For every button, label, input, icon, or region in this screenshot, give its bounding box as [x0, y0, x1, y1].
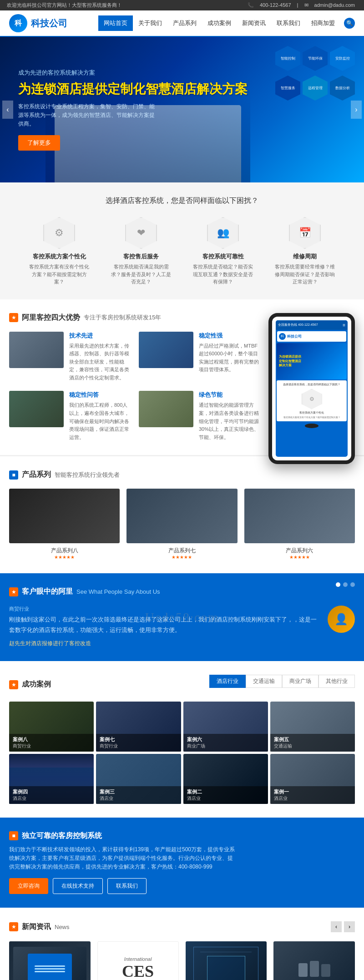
cases-tab-transport[interactable]: 交通运输 [246, 675, 282, 688]
news-img-3 [186, 941, 267, 980]
testimonial-source: 商贸行业 [9, 606, 318, 612]
advantage-desc-1: 采用最先进的技术方案，传感器、控制器、执行器等模块全部自主研发，性能稳定，兼容性… [69, 342, 130, 382]
dot-1[interactable] [336, 582, 340, 587]
main-nav: 网站首页 关于我们 产品系列 成功案例 新闻资讯 联系我们 招商加盟 🔍 [98, 15, 355, 31]
cta-desc: 我们致力于不断技术研发领域的投入，累计获得专利139项，年产能超过500万套，提… [9, 845, 237, 872]
product-stars-3: ★★★★★ [244, 555, 355, 560]
problem-item-1: ⚙ 客控系统方案个性化 客控系统方案有没有个性化方案？能不能按需定制方案？ [27, 217, 91, 286]
product-stars-1: ★★★★★ [9, 555, 120, 560]
dot-3[interactable] [350, 582, 355, 587]
advantage-title-2: 稳定性强 [199, 332, 259, 340]
nav-partner[interactable]: 招商加盟 [306, 15, 340, 31]
cases-title-row: ★ 成功案例 [9, 680, 51, 689]
mobile-logo-text: 科技公司 [287, 334, 302, 339]
advantages-section: ★ 阿里客控四大优势 专注于客房控制系统研发15年 技术先进 采用最先进的技术方… [0, 299, 364, 455]
news-item-2: International CES 3分钟了解电动车5克燃料 任意电源控制 20… [97, 941, 179, 980]
mobile-problem-item-name: 客控系统方案个性化 [279, 411, 344, 415]
mobile-problem-hex-wrap: ⚙ [279, 389, 344, 409]
news-device-line2 [35, 968, 66, 970]
hero-title: 为连锁酒店提供定制化智慧酒店解决方案 [18, 81, 346, 98]
news-prev-button[interactable]: ‹ [331, 921, 342, 932]
testimonial-section-icon: ★ [9, 587, 18, 596]
case-overlay-7: 案例七 商贸行业 [96, 734, 181, 752]
dot-2[interactable] [343, 582, 348, 587]
nav-products[interactable]: 产品系列 [167, 15, 202, 31]
advantage-item-4: 绿色节能 通过智能化的能源管理方案，对酒店各类设备进行精细化管理，平均可节约能源… [139, 391, 259, 441]
nav-cases[interactable]: 成功案例 [202, 15, 237, 31]
case-name-1: 案例一 [274, 788, 351, 795]
logo-text: 科技公司 [31, 17, 67, 30]
case-type-4: 酒店业 [13, 795, 90, 802]
cta-btn-contact[interactable]: 联系我们 [107, 878, 147, 894]
person-2 [310, 961, 319, 977]
hero-subtitle: 成为先进的客控系统解决方案 [18, 69, 346, 77]
header: 科 科技公司 网站首页 关于我们 产品系列 成功案例 新闻资讯 联系我们 招商加… [0, 10, 364, 37]
hero-banner: ‹ 成为先进的客控系统解决方案 为连锁酒店提供定制化智慧酒店解决方案 客控系统设… [0, 37, 364, 182]
mobile-problems: 选择酒店客控系统，您是否同样面临以下困扰？ ⚙ 客控系统方案个性化 客控系统方案… [277, 380, 347, 421]
cta-icon: ■ [9, 831, 18, 840]
nav-news[interactable]: 新闻资讯 [237, 15, 271, 31]
testimonial-dots [336, 582, 355, 587]
hero-description: 客控系统设计专业系统工程方案，集智、安防、门禁、能源等系统为一体，成为领先的智慧… [18, 102, 155, 129]
mobile-menu-icon: ≡ [343, 323, 345, 328]
hero-content: 成为先进的客控系统解决方案 为连锁酒店提供定制化智慧酒店解决方案 客控系统设计专… [0, 55, 364, 165]
cases-row-1: 案例八 商贸行业 案例七 商贸行业 案例六 商业广场 案例五 交通运输 [9, 702, 355, 752]
advantage-content-1: 技术先进 采用最先进的技术方案，传感器、控制器、执行器等模块全部自主研发，性能稳… [69, 332, 130, 382]
problem-item-2: ❤ 客控售后服务 客控系统能否满足我的需求？服务是否及时？人工是否充足？ [109, 217, 173, 286]
problem-icon-1: ⚙ [43, 217, 75, 249]
problems-grid: ⚙ 客控系统方案个性化 客控系统方案有没有个性化方案？能不能按需定制方案？ ❤ … [9, 217, 355, 286]
cta-btn-support[interactable]: 在线技术支持 [53, 878, 103, 894]
cta-section: ■ 独立可靠的客房控制系统 我们致力于不断技术研发领域的投入，累计获得专利139… [0, 818, 364, 908]
search-icon[interactable]: 🔍 [344, 18, 355, 29]
news-title: 新闻资讯 [22, 922, 51, 932]
product-item-1: 产品系列八 ★★★★★ [9, 489, 120, 560]
person-1 [298, 963, 308, 977]
problem-name-3: 客控系统可靠性 [191, 253, 255, 261]
advantage-content-4: 绿色节能 通过智能化的能源管理方案，对酒店各类设备进行精细化管理，平均可节约能源… [199, 391, 259, 441]
cases-title: 成功案例 [22, 680, 51, 689]
news-device-img [13, 947, 86, 980]
news-img-2: International CES [97, 941, 179, 980]
news-nav: ‹ › [331, 921, 355, 932]
news-grid: 新品《无感计量计划》第31期计划书 2018-09-10 新品《无感计量计划》第… [9, 941, 355, 980]
advantage-img-3 [9, 391, 64, 427]
hero-cta-button[interactable]: 了解更多 [18, 135, 60, 151]
cases-tab-hotel[interactable]: 酒店行业 [209, 675, 246, 688]
advantage-img-2 [139, 332, 193, 368]
mobile-banner-text: 为连锁酒店提供定制化智慧酒店解决方案 [279, 354, 301, 368]
case-name-8: 案例八 [13, 736, 90, 743]
products-subtitle: 智能客控系统行业领先者 [55, 471, 120, 479]
cases-row-2: 案例四 酒店业 案例三 酒店业 案例二 酒店业 案例一 酒店业 [9, 754, 355, 804]
problem-desc-1: 客控系统方案有没有个性化方案？能不能按需定制方案？ [27, 263, 91, 286]
testimonial-quote: 刚接触到这家公司，在此之前一次次筛选最终还是选择了这家公司上上，我们的酒店控制系… [9, 615, 318, 635]
cta-btn-consult[interactable]: 立即咨询 [9, 878, 48, 894]
product-img-1 [9, 489, 120, 543]
case-item-5: 案例五 交通运输 [270, 702, 355, 752]
mobile-problem-item-desc: 客控系统方案有没有个性化方案？能不能按需定制方案？ [279, 416, 344, 419]
cases-tab-commercial[interactable]: 商业广场 [282, 675, 318, 688]
ces-international: International [122, 956, 154, 962]
case-overlay-4: 案例四 酒店业 [9, 786, 94, 804]
top-bar-right: 📞 400-122-4567 | ✉ admin@dadu.com [245, 2, 357, 8]
news-next-button[interactable]: › [344, 921, 355, 932]
case-name-2: 案例二 [187, 788, 264, 795]
news-item-4: 研究可靠性如何增强为社区开拓上行通道 2018-09-10 研究可靠性如何增强为… [273, 941, 355, 980]
email-icon: ✉ [304, 2, 308, 8]
advantages-wrapper: ★ 阿里客控四大优势 专注于客房控制系统研发15年 技术先进 采用最先进的技术方… [9, 313, 355, 442]
mobile-mockup: 全国服务热线 400-122-4567 ≡ 科 科技公司 为连锁酒店提供定制化智… [268, 313, 355, 464]
case-item-3: 案例三 酒店业 [96, 754, 181, 804]
advantage-img-1 [9, 332, 64, 368]
advantage-img-4 [139, 391, 193, 427]
nav-contact[interactable]: 联系我们 [271, 15, 306, 31]
case-overlay-1: 案例一 酒店业 [270, 786, 355, 804]
advantage-title-1: 技术先进 [69, 332, 130, 340]
mobile-problem-hex: ⚙ [302, 389, 322, 409]
case-item-6: 案例六 商业广场 [183, 702, 268, 752]
nav-home[interactable]: 网站首页 [98, 15, 133, 31]
product-name-1: 产品系列八 [9, 547, 120, 555]
nav-about[interactable]: 关于我们 [133, 15, 167, 31]
advantage-title-4: 绿色节能 [199, 391, 259, 399]
problem-icon-3: 👥 [207, 217, 239, 249]
testimonial-author: 赵先生对酒店报修进行了客控改造 [9, 640, 318, 647]
cases-tab-other[interactable]: 其他行业 [318, 675, 355, 688]
